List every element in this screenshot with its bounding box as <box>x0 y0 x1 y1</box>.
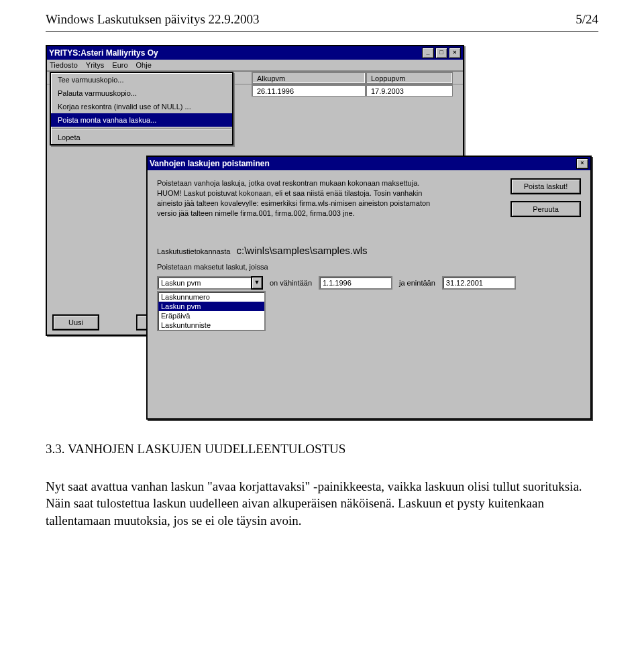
criteria-row: Laskun pvm ▼ on vähintään 1.1.1996 ja en… <box>157 276 581 290</box>
dialog-title: Vanhojen laskujen poistaminen <box>150 159 270 168</box>
menu-item-quit[interactable]: Lopeta <box>51 131 232 144</box>
document-body: 3.3. VANHOJEN LASKUJEN UUDELLEENTULOSTUS… <box>46 440 598 530</box>
menu-item-restore[interactable]: Palauta varmuuskopio... <box>51 86 232 100</box>
header-rule <box>46 31 598 32</box>
main-title: YRITYS:Asteri Malliyritys Oy <box>49 48 158 58</box>
maximize-button[interactable]: □ <box>435 48 447 58</box>
list-item[interactable]: Eräpäivä <box>158 311 264 320</box>
min-label: on vähintään <box>270 279 312 287</box>
dialog-titlebar: Vanhojen laskujen poistaminen × <box>148 157 590 170</box>
chevron-down-icon[interactable]: ▼ <box>251 276 263 290</box>
menu-item-delete-old[interactable]: Poista monta vanhaa laskua... <box>51 113 232 127</box>
menu-tiedosto[interactable]: Tiedosto <box>50 61 78 69</box>
criteria-listbox[interactable]: Laskunnumero Laskun pvm Eräpäivä Laskunt… <box>157 291 266 331</box>
section-heading: 3.3. VANHOJEN LASKUJEN UUDELLEENTULOSTUS <box>46 440 598 458</box>
list-item[interactable]: Laskuntunniste <box>158 320 264 330</box>
menu-yritys[interactable]: Yritys <box>86 61 105 69</box>
window-controls: _ □ × <box>422 48 461 58</box>
list-item-selected[interactable]: Laskun pvm <box>158 302 264 311</box>
delete-dialog: Vanhojen laskujen poistaminen × Poisteta… <box>146 156 592 420</box>
menu-ohje[interactable]: Ohje <box>136 61 152 69</box>
menu-item-fix[interactable]: Korjaa reskontra (invalid use of NULL) .… <box>51 100 232 113</box>
col-header-loppupvm: Loppupvm <box>366 72 453 84</box>
close-button[interactable]: × <box>449 48 461 58</box>
tiedosto-dropdown: Tee varmuuskopio... Palauta varmuuskopio… <box>50 72 233 145</box>
dialog-action-buttons: Poista laskut! Peruuta <box>511 178 581 217</box>
cell-loppupvm: 17.9.2003 <box>366 84 453 97</box>
screenshot-area: YRITYS:Asteri Malliyritys Oy _ □ × Tiedo… <box>46 45 596 420</box>
uusi-button[interactable]: Uusi <box>52 314 99 330</box>
cell-alkupvm: 26.11.1996 <box>252 84 366 97</box>
max-date-field[interactable]: 31.12.2001 <box>442 276 516 290</box>
dialog-info-text: Poistetaan vanhoja laskuja, jotka ovat r… <box>157 178 445 218</box>
database-line: Laskutustietokannasta c:\winls\samples\s… <box>157 245 581 256</box>
criteria-combo-value: Laskun pvm <box>157 276 251 290</box>
col-header-alkupvm: Alkupvm <box>252 72 366 84</box>
database-label: Laskutustietokannasta <box>157 247 230 255</box>
criteria-combo[interactable]: Laskun pvm ▼ <box>157 276 263 290</box>
cancel-button[interactable]: Peruuta <box>511 201 581 217</box>
menubar: Tiedosto Yritys Euro Ohje <box>47 60 463 71</box>
dialog-close-button[interactable]: × <box>576 158 588 169</box>
header-left: Windows Laskutuksen päivitys 22.9.2003 <box>46 12 260 27</box>
minimize-button[interactable]: _ <box>422 48 434 58</box>
min-date-field[interactable]: 1.1.1996 <box>319 276 392 290</box>
menu-euro[interactable]: Euro <box>112 61 127 69</box>
section-paragraph: Nyt saat avattua vanhan laskun "avaa kor… <box>46 478 598 530</box>
header-right: 5/24 <box>576 12 598 27</box>
menu-item-backup[interactable]: Tee varmuuskopio... <box>51 73 232 86</box>
page-header: Windows Laskutuksen päivitys 22.9.2003 5… <box>0 0 644 29</box>
database-path: c:\winls\samples\samples.wls <box>237 245 368 256</box>
menu-separator <box>52 128 231 129</box>
max-label: ja enintään <box>399 279 435 287</box>
delete-invoices-button[interactable]: Poista laskut! <box>511 178 581 194</box>
criteria-label: Poistetaan maksetut laskut, joissa <box>157 263 581 271</box>
list-item[interactable]: Laskunnumero <box>158 292 264 302</box>
main-titlebar: YRITYS:Asteri Malliyritys Oy _ □ × <box>47 46 463 60</box>
